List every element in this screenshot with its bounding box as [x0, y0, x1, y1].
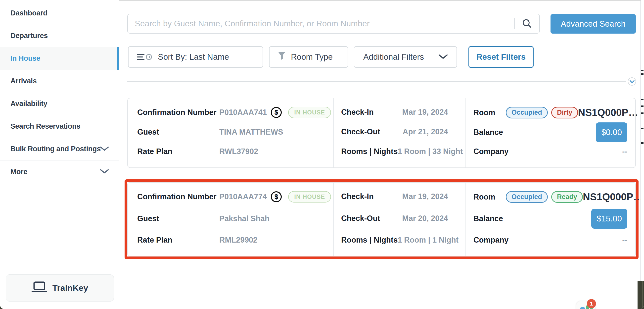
- sidebar-nav: Dashboard Departures In House Arrivals A…: [0, 0, 119, 183]
- stay-dates-column: Check-In Mar 19, 2024 Check-Out Apr 21, …: [333, 98, 466, 167]
- reservation-info-column: Confirmation Number P010AAA774 $ IN HOUS…: [128, 183, 333, 256]
- sidebar-item-departures[interactable]: Departures: [0, 24, 119, 47]
- sidebar-item-label: More: [10, 168, 27, 176]
- sidebar: Dashboard Departures In House Arrivals A…: [0, 0, 119, 309]
- sidebar-item-availability[interactable]: Availability: [0, 92, 119, 115]
- check-in-date: Mar 19, 2024: [402, 192, 448, 201]
- field-label: Room: [474, 108, 506, 117]
- company-value: --: [622, 236, 627, 244]
- field-label: Company: [474, 236, 506, 244]
- chevron-down-icon: [100, 145, 109, 153]
- trainkey-button[interactable]: TrainKey: [6, 274, 114, 301]
- chevron-down-icon: [630, 80, 634, 83]
- notification-badge: 1: [587, 299, 596, 308]
- reservation-info-column: Confirmation Number P010AAA741 $ IN HOUS…: [128, 98, 333, 167]
- background-window-sliver: [640, 0, 644, 281]
- app-window: Dashboard Departures In House Arrivals A…: [0, 0, 644, 309]
- check-out-date: Mar 20, 2024: [402, 214, 448, 223]
- room-number: NS1Q000P…: [583, 191, 643, 202]
- field-label: Check-In: [341, 108, 374, 117]
- search-input[interactable]: [128, 19, 514, 28]
- rooms-nights-value: 1 Room | 33 Night: [398, 147, 463, 156]
- company-value: --: [622, 147, 627, 156]
- additional-filters-label: Additional Filters: [363, 52, 424, 62]
- expand-toggle[interactable]: [628, 77, 636, 86]
- search-divider: [514, 18, 515, 29]
- chat-logo-blue-shape: [580, 307, 585, 309]
- housekeeping-badge: Dirty: [551, 107, 578, 118]
- rooms-nights-value: 1 Room | 1 Night: [398, 236, 458, 244]
- highlighted-reservation-ring: Confirmation Number P010AAA774 $ IN HOUS…: [124, 179, 638, 259]
- search-icon[interactable]: [522, 18, 532, 29]
- sidebar-item-arrivals[interactable]: Arrivals: [0, 70, 119, 92]
- field-label: Confirmation Number: [137, 108, 219, 117]
- laptop-icon: [32, 281, 47, 295]
- rate-plan-value: RWL37902: [219, 147, 258, 156]
- payment-icon[interactable]: $: [271, 191, 282, 202]
- room-number: NS1Q000P…: [578, 107, 638, 118]
- stay-dates-column: Check-In Mar 19, 2024 Check-Out Mar 20, …: [333, 183, 466, 256]
- field-label: Balance: [474, 128, 506, 137]
- field-label: Check-Out: [341, 127, 380, 136]
- housekeeping-badge: Ready: [551, 191, 583, 203]
- field-label: Rate Plan: [137, 147, 219, 156]
- sidebar-item-in-house[interactable]: In House: [0, 47, 119, 70]
- room-balance-column: Room Occupied Ready NS1Q000P… Balance $1…: [466, 183, 636, 256]
- reservation-card[interactable]: Confirmation Number P010AAA774 $ IN HOUS…: [127, 182, 636, 256]
- search-bar: [127, 14, 540, 34]
- trainkey-label: TrainKey: [52, 283, 88, 293]
- sort-by-button[interactable]: Sort By: Last Name: [128, 46, 263, 68]
- filter-funnel-icon: [278, 52, 286, 62]
- advanced-search-button[interactable]: Advanced Search: [550, 14, 636, 34]
- guest-name: TINA MATTHEWS: [219, 128, 283, 137]
- field-label: Rooms | Nights: [341, 236, 398, 244]
- field-label: Check-In: [341, 192, 374, 201]
- field-label: Check-Out: [341, 214, 380, 223]
- reservation-card[interactable]: Confirmation Number P010AAA741 $ IN HOUS…: [127, 98, 636, 168]
- field-label: Confirmation Number: [137, 192, 219, 201]
- room-status-badge: Occupied: [506, 191, 548, 203]
- desktop-edge: [638, 281, 644, 309]
- sidebar-item-more[interactable]: More: [0, 160, 119, 183]
- chevron-down-icon: [438, 52, 448, 62]
- sidebar-item-label: Bulk Routing and Postings: [10, 145, 101, 153]
- field-label: Rate Plan: [137, 236, 219, 244]
- additional-filters-button[interactable]: Additional Filters: [354, 46, 457, 68]
- payment-icon[interactable]: $: [271, 107, 282, 118]
- guest-name: Pakshal Shah: [219, 214, 270, 223]
- results-divider: [127, 81, 626, 82]
- check-out-date: Apr 21, 2024: [402, 127, 448, 136]
- room-type-label: Room Type: [291, 52, 333, 62]
- confirmation-number: P010AAA774: [219, 192, 267, 201]
- check-in-date: Mar 19, 2024: [402, 108, 448, 117]
- chevron-down-icon: [100, 168, 109, 176]
- confirmation-number: P010AAA741: [219, 108, 267, 117]
- room-type-button[interactable]: Room Type: [269, 46, 348, 68]
- field-label: Rooms | Nights: [341, 147, 398, 156]
- balance-button[interactable]: $15.00: [591, 209, 627, 229]
- chat-widget: 1: [576, 301, 595, 309]
- rate-plan-value: RML29902: [219, 236, 257, 244]
- field-label: Guest: [137, 214, 219, 223]
- field-label: Room: [474, 193, 506, 201]
- field-label: Balance: [474, 214, 506, 223]
- balance-button[interactable]: $0.00: [596, 122, 627, 142]
- sort-icon: [137, 54, 152, 60]
- sidebar-item-bulk-routing[interactable]: Bulk Routing and Postings: [0, 138, 119, 160]
- field-label: Company: [474, 147, 506, 156]
- in-house-badge: IN HOUSE: [288, 191, 331, 202]
- sidebar-bottom-divider: [0, 263, 119, 263]
- reset-filters-button[interactable]: Reset Filters: [468, 46, 534, 68]
- in-house-badge: IN HOUSE: [288, 107, 331, 118]
- sidebar-item-dashboard[interactable]: Dashboard: [0, 2, 119, 24]
- sort-by-label: Sort By: Last Name: [158, 52, 229, 62]
- sidebar-item-search-reservations[interactable]: Search Reservations: [0, 115, 119, 138]
- field-label: Guest: [137, 128, 219, 137]
- room-balance-column: Room Occupied Dirty NS1Q000P… Balance $0…: [466, 98, 636, 167]
- room-status-badge: Occupied: [506, 107, 548, 118]
